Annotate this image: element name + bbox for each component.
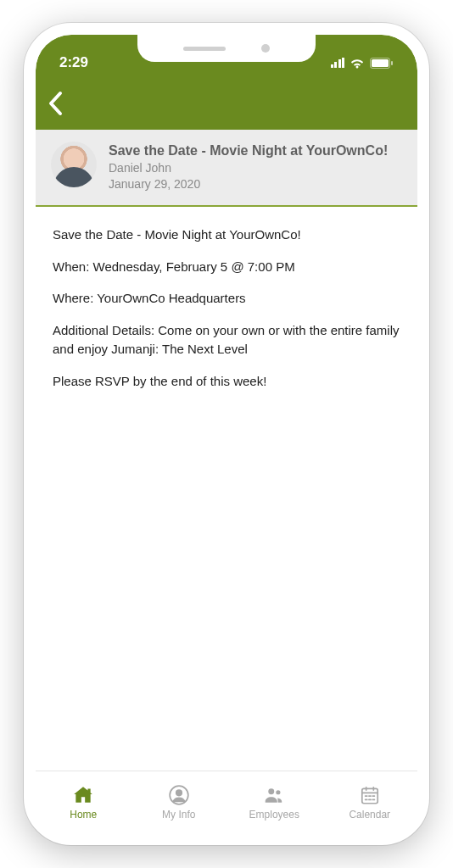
calendar-icon — [359, 784, 381, 806]
tab-employees[interactable]: Employees — [226, 771, 322, 833]
person-circle-icon — [168, 784, 190, 806]
speaker-grille — [183, 47, 226, 51]
post-header: Save the Date - Movie Night at YourOwnCo… — [36, 130, 417, 207]
back-button[interactable] — [48, 91, 63, 120]
status-indicators — [331, 58, 394, 69]
post-title: Save the Date - Movie Night at YourOwnCo… — [109, 142, 402, 160]
post-body[interactable]: Save the Date - Movie Night at YourOwnCo… — [36, 207, 417, 771]
post-meta: Save the Date - Movie Night at YourOwnCo… — [109, 142, 402, 193]
tab-employees-label: Employees — [249, 809, 299, 821]
tab-bar: Home My Info Employees Calendar — [36, 771, 417, 833]
svg-rect-1 — [372, 59, 389, 67]
svg-rect-2 — [391, 61, 393, 65]
tab-calendar[interactable]: Calendar — [322, 771, 418, 833]
device-notch — [137, 35, 316, 62]
svg-point-6 — [277, 790, 281, 794]
cellular-icon — [331, 58, 345, 68]
body-rsvp: Please RSVP by the end of this week! — [53, 372, 400, 391]
navigation-bar — [36, 81, 417, 130]
tab-calendar-label: Calendar — [349, 809, 390, 821]
wifi-icon — [350, 58, 365, 69]
people-icon — [263, 784, 285, 806]
battery-icon — [370, 58, 394, 69]
tab-home-label: Home — [70, 809, 97, 821]
status-time: 2:29 — [59, 54, 88, 71]
tab-my-info[interactable]: My Info — [131, 771, 227, 833]
svg-point-4 — [176, 790, 182, 796]
home-icon — [72, 784, 94, 806]
screen: 2:29 Save the Date - Movie Night at Your… — [36, 35, 417, 833]
body-title-line: Save the Date - Movie Night at YourOwnCo… — [53, 225, 400, 244]
author-avatar[interactable] — [51, 142, 97, 187]
tab-my-info-label: My Info — [162, 809, 195, 821]
post-author: Daniel John — [109, 160, 402, 177]
phone-frame: 2:29 Save the Date - Movie Night at Your… — [24, 23, 429, 845]
front-camera — [261, 44, 270, 53]
post-date: January 29, 2020 — [109, 176, 402, 193]
tab-home[interactable]: Home — [36, 771, 131, 833]
body-details: Additional Details: Come on your own or … — [53, 321, 400, 359]
body-when: When: Wednesday, February 5 @ 7:00 PM — [53, 258, 400, 276]
body-where: Where: YourOwnCo Headquarters — [53, 289, 400, 308]
svg-point-5 — [269, 788, 275, 794]
